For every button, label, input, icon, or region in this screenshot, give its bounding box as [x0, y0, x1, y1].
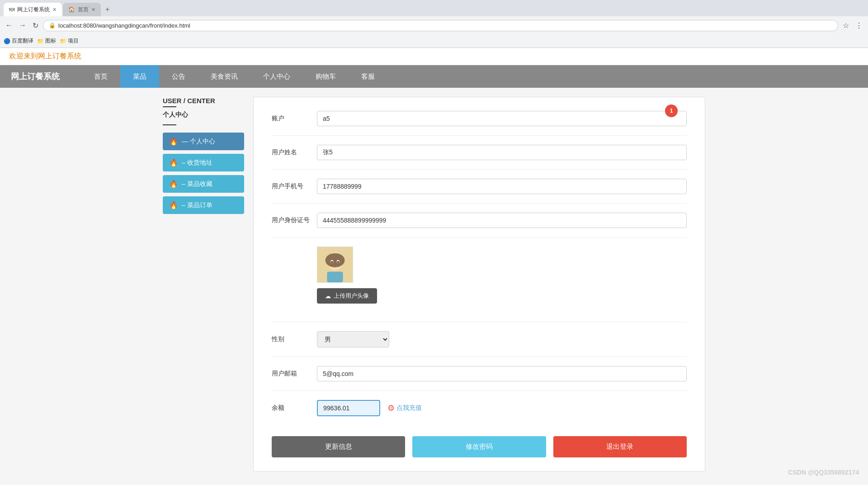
email-row: 用户邮箱	[272, 366, 687, 391]
flame-icon-3: 🔥	[169, 180, 178, 188]
sidebar: USER / CENTER 个人中心 🔥 — 个人中心 🔥 – 收货地址 🔥 –…	[163, 97, 244, 471]
sidebar-item-favorites[interactable]: 🔥 – 菜品收藏	[163, 175, 244, 193]
nav-home[interactable]: 首页	[81, 65, 120, 88]
active-tab[interactable]: 🍽 网上订餐系统 ✕	[4, 3, 62, 16]
svg-point-5	[331, 261, 333, 263]
username-input[interactable]	[317, 145, 687, 160]
email-input[interactable]	[317, 366, 687, 381]
idcard-input[interactable]	[317, 213, 687, 228]
logout-btn[interactable]: 退出登录	[553, 436, 687, 457]
password-btn[interactable]: 修改密码	[412, 436, 546, 457]
nav-dishes[interactable]: 菜品	[120, 65, 159, 88]
url-text: localhost:8080/wangshangdingcan/front/in…	[58, 22, 190, 29]
nav-logo: 网上订餐系统	[0, 71, 81, 82]
balance-label: 余额	[272, 404, 317, 412]
watermark: CSDN @QQ3359892174	[788, 469, 859, 476]
balance-input[interactable]	[317, 400, 380, 416]
welcome-banner: 欢迎来到网上订餐系统	[0, 48, 868, 65]
gender-row: 性别 男 女	[272, 331, 687, 357]
tab2-favicon: 🏠	[68, 6, 75, 13]
svg-rect-7	[327, 272, 343, 282]
phone-input[interactable]	[317, 179, 687, 194]
icon-folder-icon: 📁	[37, 38, 44, 44]
tab-favicon: 🍽	[9, 6, 14, 13]
nav-personal[interactable]: 个人中心	[250, 65, 303, 88]
username-label: 用户姓名	[272, 148, 317, 157]
tab-title: 网上订餐系统	[17, 6, 50, 14]
username-row: 用户姓名	[272, 145, 687, 170]
toolbar-baidu[interactable]: 🔵 百度翻译	[4, 37, 33, 45]
sidebar-item-orders[interactable]: 🔥 – 菜品订单	[163, 196, 244, 214]
flame-icon-4: 🔥	[169, 201, 178, 209]
nav-notice[interactable]: 公告	[159, 65, 198, 88]
nav-cart[interactable]: 购物车	[303, 65, 349, 88]
avatar-row: ☁ 上传用户头像	[272, 247, 687, 313]
content-area: 1 账户 用户姓名 用户手机号 用户身份证号	[253, 97, 705, 471]
back-btn[interactable]: ←	[4, 19, 14, 31]
recharge-icon: ⚙	[387, 403, 395, 413]
flame-icon-1: 🔥	[169, 137, 178, 146]
avatar-image	[317, 247, 353, 283]
menu-btn[interactable]: ⋮	[854, 19, 864, 32]
lock-icon: 🔒	[49, 22, 56, 29]
idcard-row: 用户身份证号	[272, 213, 687, 238]
account-input[interactable]	[317, 111, 687, 126]
update-btn[interactable]: 更新信息	[272, 436, 405, 457]
account-label: 账户	[272, 114, 317, 123]
sidebar-divider2	[163, 124, 176, 125]
tab2-close-btn[interactable]: ✕	[91, 7, 95, 13]
svg-point-6	[337, 261, 339, 263]
account-row: 账户	[272, 111, 687, 136]
main-nav: 网上订餐系统 首页 菜品 公告 美食资讯 个人中心 购物车 客服	[0, 65, 868, 88]
inactive-tab[interactable]: 🏠 首页 ✕	[63, 3, 101, 16]
gender-select[interactable]: 男 女	[317, 331, 389, 347]
personal-center-label: 个人中心	[163, 111, 244, 119]
tab-close-btn[interactable]: ✕	[52, 7, 57, 13]
svg-point-2	[326, 253, 345, 267]
upload-icon: ☁	[325, 293, 331, 300]
sidebar-title: USER / CENTER	[163, 97, 244, 105]
bookmark-btn[interactable]: ☆	[841, 19, 851, 32]
forward-btn[interactable]: →	[17, 19, 28, 31]
phone-label: 用户手机号	[272, 182, 317, 190]
phone-row: 用户手机号	[272, 179, 687, 204]
reload-btn[interactable]: ↻	[31, 19, 40, 32]
sidebar-divider	[163, 106, 176, 107]
recharge-link[interactable]: ⚙ 点我充值	[387, 403, 422, 413]
sidebar-item-address[interactable]: 🔥 – 收货地址	[163, 154, 244, 171]
balance-row: 余额 ⚙ 点我充值	[272, 400, 687, 425]
new-tab-btn[interactable]: +	[102, 5, 113, 14]
action-buttons: 更新信息 修改密码 退出登录	[272, 436, 687, 457]
nav-service[interactable]: 客服	[349, 65, 387, 88]
tab2-title: 首页	[78, 6, 89, 14]
divider-after-avatar	[272, 322, 687, 322]
upload-avatar-btn[interactable]: ☁ 上传用户头像	[317, 288, 377, 304]
project-folder-icon: 📁	[60, 38, 66, 44]
address-box[interactable]: 🔒 localhost:8080/wangshangdingcan/front/…	[43, 20, 838, 31]
flame-icon-2: 🔥	[169, 158, 178, 167]
sidebar-item-personal[interactable]: 🔥 — 个人中心	[163, 133, 244, 150]
toolbar-project[interactable]: 📁 项目	[60, 37, 79, 45]
idcard-label: 用户身份证号	[272, 216, 317, 224]
nav-news[interactable]: 美食资讯	[198, 65, 250, 88]
email-label: 用户邮箱	[272, 370, 317, 378]
avatar-section: ☁ 上传用户头像	[317, 247, 377, 304]
baidu-icon: 🔵	[4, 38, 10, 44]
gender-label: 性别	[272, 335, 317, 343]
toolbar-icon[interactable]: 📁 图标	[37, 37, 56, 45]
notification-badge[interactable]: 1	[665, 105, 678, 117]
